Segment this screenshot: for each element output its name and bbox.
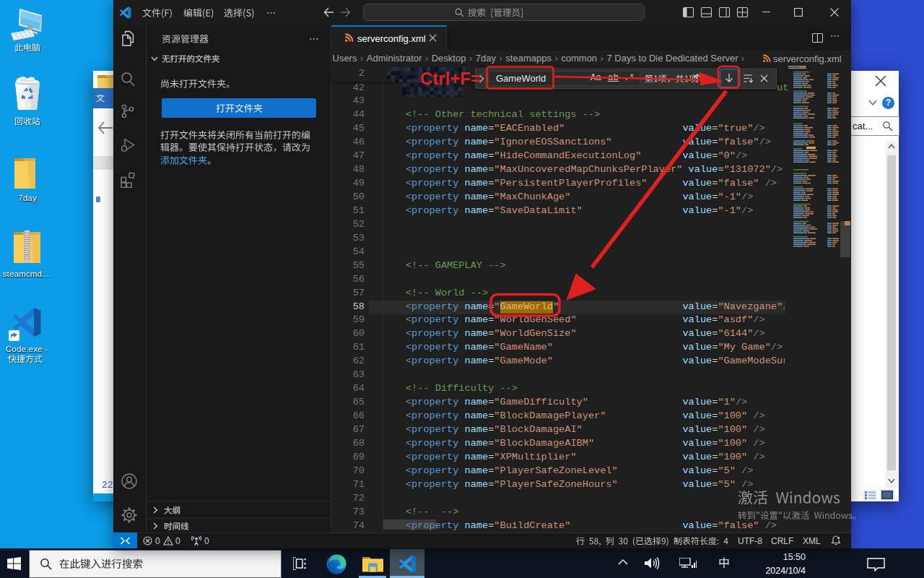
svg-text:Ctrl+F=: Ctrl+F= [420, 69, 481, 88]
